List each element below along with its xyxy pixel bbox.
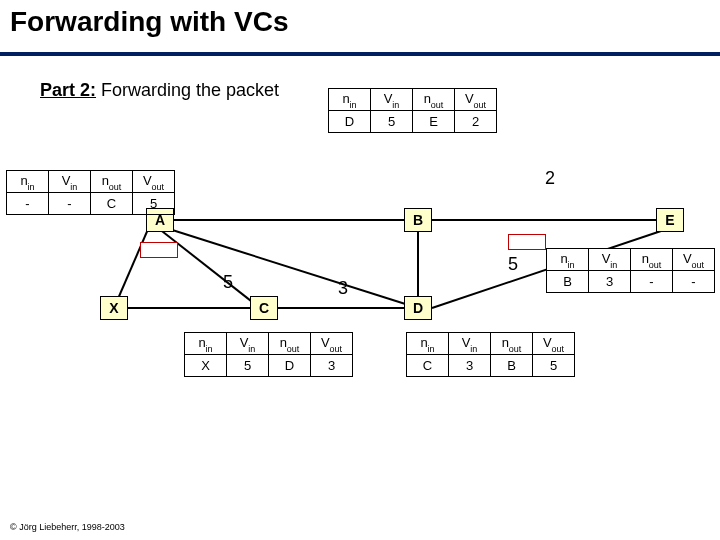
subtitle-rest: Forwarding the packet	[96, 80, 279, 100]
forwarding-table-D: nin Vin nout Vout C 3 B 5	[406, 332, 575, 377]
cell: B	[491, 355, 533, 377]
svg-line-2	[114, 220, 152, 308]
svg-line-5	[166, 228, 418, 308]
cell: 5	[133, 193, 175, 215]
edge-label-DB: 5	[508, 254, 518, 275]
cell: -	[631, 271, 673, 293]
node-X: X	[100, 296, 128, 320]
subtitle: Part 2: Forwarding the packet	[40, 80, 279, 101]
cell: E	[413, 111, 455, 133]
title-rule	[0, 52, 720, 56]
forwarding-table-B: nin Vin nout Vout D 5 E 2	[328, 88, 497, 133]
cell: C	[91, 193, 133, 215]
cell: 5	[533, 355, 575, 377]
forwarding-table-A: nin Vin nout Vout - - C 5	[6, 170, 175, 215]
edge-label-BE: 2	[545, 168, 555, 189]
footer-copyright: © Jörg Liebeherr, 1998-2003	[10, 522, 125, 532]
cell: -	[49, 193, 91, 215]
cell: 5	[371, 111, 413, 133]
edge-label-AC: 5	[223, 272, 233, 293]
cell: -	[673, 271, 715, 293]
cell: 3	[311, 355, 353, 377]
cell: C	[407, 355, 449, 377]
packet-at-A	[140, 242, 178, 258]
cell: D	[329, 111, 371, 133]
cell: B	[547, 271, 589, 293]
packet-at-B	[508, 234, 546, 250]
forwarding-table-E: nin Vin nout Vout B 3 - -	[546, 248, 715, 293]
cell: 3	[449, 355, 491, 377]
edge-label-CD: 3	[338, 278, 348, 299]
forwarding-table-C: nin Vin nout Vout X 5 D 3	[184, 332, 353, 377]
subtitle-bold: Part 2:	[40, 80, 96, 100]
cell: 3	[589, 271, 631, 293]
cell: D	[269, 355, 311, 377]
node-E: E	[656, 208, 684, 232]
cell: -	[7, 193, 49, 215]
node-B: B	[404, 208, 432, 232]
svg-line-4	[158, 228, 260, 308]
node-D: D	[404, 296, 432, 320]
node-C: C	[250, 296, 278, 320]
cell: 5	[227, 355, 269, 377]
cell: 2	[455, 111, 497, 133]
page-title: Forwarding with VCs	[10, 6, 288, 38]
cell: X	[185, 355, 227, 377]
